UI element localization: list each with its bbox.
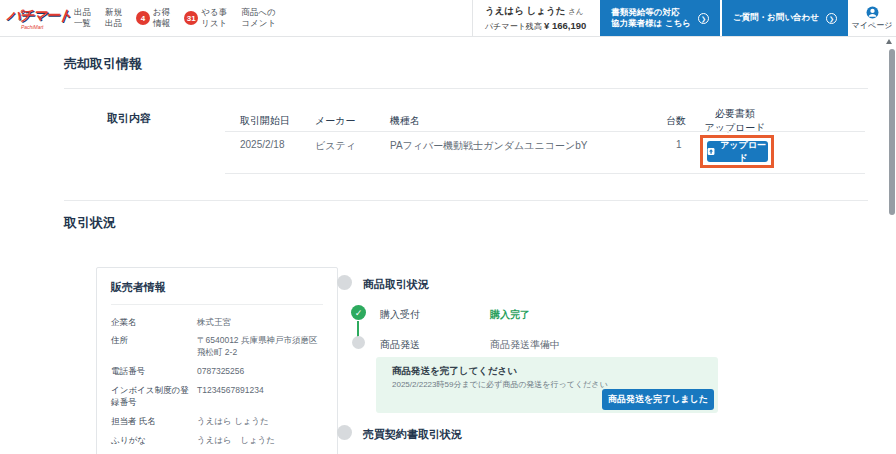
- status-dot-icon: [352, 336, 365, 349]
- main-nav: 出品一覧 新規出品 4 お得情報 31 やる事リスト 商品へのコメント: [74, 0, 276, 36]
- app-header: パチマート PachiMart 出品一覧 新規出品 4 お得情報 31 やる事リ…: [0, 0, 896, 37]
- column-header-date: 取引開始日: [240, 114, 290, 128]
- contact-button-label: ご質問・お問い合わせ: [733, 12, 819, 23]
- step-shipping-status: 商品発送準備中: [490, 338, 560, 352]
- cell-model-name: PAフィバー機動戦士ガンダムユニコーンbY: [390, 139, 587, 153]
- seller-row-company: 企業名 株式王宮: [111, 313, 323, 332]
- seller-row-address: 住所 〒6540012 兵庫県神戸市須磨区飛松町 2-2: [111, 332, 323, 363]
- scroll-up-arrow-icon[interactable]: [886, 39, 892, 44]
- nav-item-deals-info[interactable]: 4 お得情報: [136, 7, 170, 29]
- status-dot-icon: [337, 275, 352, 290]
- status-section-title: 取引状況: [64, 214, 116, 232]
- product-status-title: 商品取引状況: [363, 277, 429, 292]
- step-purchase-label: 購入受付: [380, 308, 420, 322]
- seller-row-phone: 電話番号 0787325256: [111, 363, 323, 382]
- partner-support-button[interactable]: 書類発給等の対応協力業者様は こちら ❯: [600, 0, 720, 36]
- balance-value: ¥ 166,190: [544, 20, 586, 31]
- mypage-button[interactable]: マイページ: [848, 0, 896, 36]
- nav-item-listings[interactable]: 出品一覧: [74, 7, 91, 29]
- contract-status-title: 売買契約書取引状況: [363, 427, 462, 442]
- column-header-model: 機種名: [390, 114, 420, 128]
- vertical-scrollbar[interactable]: [889, 49, 895, 215]
- check-icon: ✓: [351, 305, 366, 320]
- notice-deadline-text: 2025/2/2223時59分までに必ず商品の発送を行ってください: [392, 379, 608, 390]
- notification-badge: 31: [184, 11, 198, 25]
- cell-quantity: 1: [676, 139, 682, 150]
- chevron-right-icon: ❯: [826, 13, 837, 24]
- user-info: うえはら しょうた さん パチマート残高 ¥ 166,190: [472, 0, 598, 36]
- user-icon: [866, 6, 879, 19]
- seller-row-invoice-number: インボイス制度の登録番号 T1234567891234: [111, 382, 323, 413]
- status-dot-icon: [337, 425, 352, 440]
- divider: [64, 88, 868, 89]
- column-header-qty: 台数: [666, 114, 686, 128]
- seller-row-furigana: ふりがな うえはら しょうた: [111, 431, 323, 450]
- page-title: 売却取引情報: [64, 55, 142, 73]
- seller-row-contact-name: 担当者 氏名 うえはら しょうた: [111, 412, 323, 431]
- contact-button[interactable]: ご質問・お問い合わせ ❯: [722, 0, 848, 36]
- notice-title: 商品発送を完了してください: [392, 365, 517, 378]
- shipping-complete-button[interactable]: 商品発送を完了しました: [602, 389, 714, 410]
- cell-start-date: 2025/2/18: [240, 139, 285, 150]
- logo-text: パチマート: [6, 7, 66, 25]
- column-header-docs: 必要書類アップロード: [698, 107, 772, 134]
- header-right: うえはら しょうた さん パチマート残高 ¥ 166,190 書類発給等の対応協…: [472, 0, 896, 36]
- balance-label: パチマート残高: [485, 22, 542, 31]
- user-name: うえはら しょうた: [485, 5, 565, 16]
- seller-row-email: メールアドレス s.uehara@crest.ocn.ne.jp: [111, 450, 323, 454]
- nav-item-new-listing[interactable]: 新規出品: [105, 7, 122, 29]
- divider: [225, 131, 865, 132]
- upload-button[interactable]: アップロード: [707, 141, 768, 162]
- notification-badge: 4: [136, 11, 150, 25]
- seller-info-card: 販売者情報 企業名 株式王宮 住所 〒6540012 兵庫県神戸市須磨区飛松町 …: [96, 267, 338, 454]
- column-header-maker: メーカー: [315, 114, 355, 128]
- seller-info-rows: 企業名 株式王宮 住所 〒6540012 兵庫県神戸市須磨区飛松町 2-2 電話…: [111, 313, 323, 454]
- step-purchase-status: 購入完了: [490, 308, 530, 322]
- nav-item-todo-list[interactable]: 31 やる事リスト: [184, 7, 227, 29]
- step-shipping-label: 商品発送: [380, 338, 420, 352]
- user-name-suffix: さん: [568, 7, 583, 16]
- mypage-label: マイページ: [852, 20, 893, 31]
- app-logo[interactable]: パチマート PachiMart: [0, 0, 64, 36]
- cell-maker: ビスティ: [315, 139, 356, 153]
- divider: [64, 200, 868, 201]
- divider: [225, 173, 865, 174]
- nav-item-product-comments[interactable]: 商品へのコメント: [241, 7, 276, 29]
- seller-info-title: 販売者情報: [111, 280, 323, 305]
- chevron-right-icon: ❯: [698, 13, 709, 24]
- deal-section-label: 取引内容: [107, 111, 151, 126]
- upload-icon: [707, 147, 715, 156]
